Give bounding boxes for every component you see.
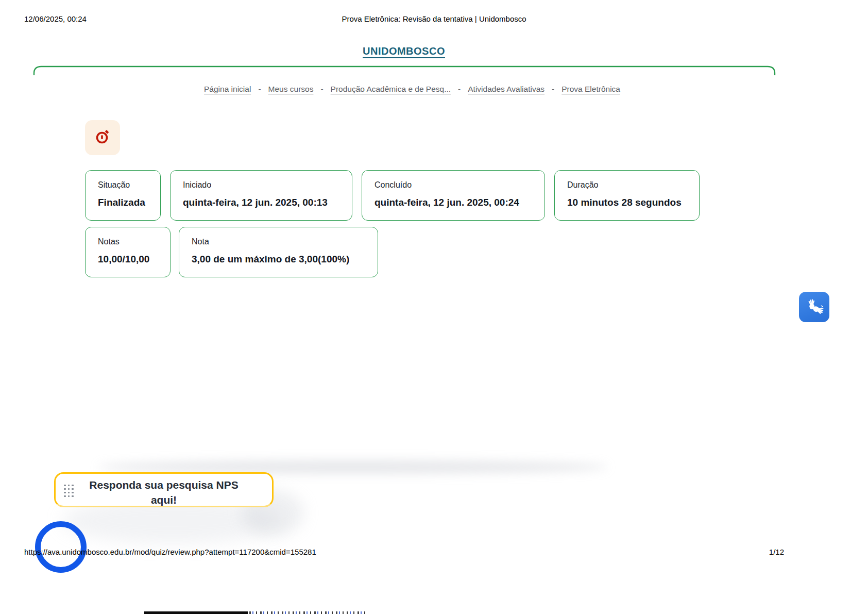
- card-duracao: Duração 10 minutos 28 segundos: [554, 170, 700, 221]
- print-footer-url: https://ava.unidombosco.edu.br/mod/quiz/…: [24, 547, 316, 556]
- print-page-indicator: 1/12: [769, 547, 784, 556]
- breadcrumb-link-activities[interactable]: Atividades Avaliativas: [468, 85, 544, 93]
- card-value: 10,00/10,00: [98, 254, 160, 265]
- attempt-summary-row-1: Situação Finalizada Iniciado quinta-feir…: [85, 170, 700, 221]
- card-notas: Notas 10,00/10,00: [85, 227, 171, 277]
- nps-survey-widget[interactable]: Responda sua pesquisa NPS aqui!: [54, 472, 274, 507]
- unidombosco-logo-link[interactable]: UNIDOMBOSCO: [0, 45, 808, 57]
- stopwatch-icon: [92, 126, 113, 149]
- card-label: Situação: [98, 180, 150, 190]
- card-value: quinta-feira, 12 jun. 2025, 00:13: [183, 197, 342, 208]
- nps-survey-label: Responda sua pesquisa NPS aqui!: [56, 474, 272, 506]
- page-break-artifact: [249, 611, 365, 614]
- card-value: 10 minutos 28 segundos: [567, 197, 689, 208]
- breadcrumb: Página inicial-Meus cursos-Produção Acad…: [0, 85, 824, 94]
- breadcrumb-separator: -: [320, 85, 323, 94]
- attempt-summary-row-2: Notas 10,00/10,00 Nota 3,00 de um máximo…: [85, 227, 378, 277]
- card-situacao: Situação Finalizada: [85, 170, 161, 221]
- card-concluido: Concluído quinta-feira, 12 jun. 2025, 00…: [362, 170, 545, 221]
- breadcrumb-separator: -: [258, 85, 261, 94]
- card-value: 3,00 de um máximo de 3,00(100%): [192, 254, 367, 265]
- card-value: quinta-feira, 12 jun. 2025, 00:24: [375, 197, 534, 208]
- breadcrumb-link-home[interactable]: Página inicial: [204, 85, 251, 93]
- card-label: Notas: [98, 237, 160, 246]
- page-break-artifact: [144, 611, 248, 614]
- card-value: Finalizada: [98, 197, 150, 208]
- card-label: Iniciado: [183, 180, 342, 190]
- card-nota: Nota 3,00 de um máximo de 3,00(100%): [179, 227, 378, 277]
- accessibility-button[interactable]: [799, 292, 829, 322]
- sign-language-hands-icon: [803, 295, 826, 320]
- print-preview-page: 12/06/2025, 00:24 Prova Eletrônica: Revi…: [0, 0, 868, 614]
- loading-ring: [35, 521, 87, 573]
- breadcrumb-link-course[interactable]: Produção Acadêmica e de Pesq...: [331, 85, 451, 93]
- card-iniciado: Iniciado quinta-feira, 12 jun. 2025, 00:…: [170, 170, 352, 221]
- card-label: Duração: [567, 180, 689, 190]
- breadcrumb-separator: -: [552, 85, 554, 94]
- card-label: Nota: [192, 237, 367, 246]
- card-label: Concluído: [375, 180, 534, 190]
- breadcrumb-separator: -: [458, 85, 461, 94]
- print-document-title: Prova Eletrônica: Revisão da tentativa |…: [0, 14, 868, 23]
- quiz-timer-tile: [85, 120, 120, 155]
- content-card-top-border: [0, 65, 868, 76]
- breadcrumb-link-quiz[interactable]: Prova Eletrônica: [561, 85, 620, 93]
- breadcrumb-link-my-courses[interactable]: Meus cursos: [268, 85, 314, 93]
